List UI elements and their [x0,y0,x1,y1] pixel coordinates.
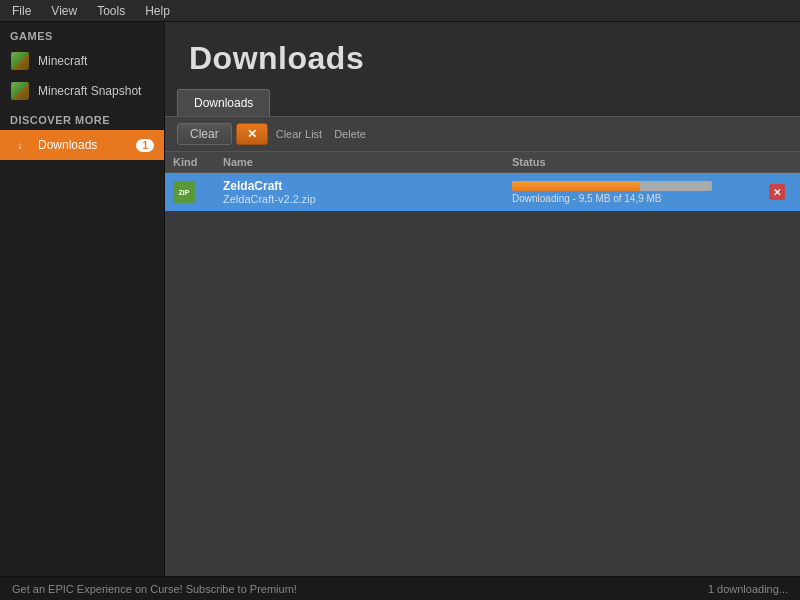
zip-icon: ZIP [173,181,195,203]
menu-help[interactable]: Help [141,2,174,20]
col-header-status: Status [512,156,762,168]
downloads-badge: 1 [136,139,154,152]
sidebar: Games Minecraft Minecraft Snapshot Disco… [0,22,165,576]
clear-button[interactable]: Clear [177,123,232,145]
progress-bar-fill [512,181,640,191]
tab-bar: Downloads [165,89,800,116]
col-header-kind: Kind [173,156,223,168]
sidebar-item-minecraft-snapshot[interactable]: Minecraft Snapshot [0,76,164,106]
x-button[interactable]: ✕ [236,123,268,145]
sidebar-section-games: Games [0,22,164,46]
minecraft-icon-1 [10,51,30,71]
row-name-sub: ZeldaCraft-v2.2.zip [223,193,512,205]
row-status: Downloading - 9,5 MB of 14,9 MB [512,181,762,204]
main-layout: Games Minecraft Minecraft Snapshot Disco… [0,22,800,576]
sidebar-item-snapshot-label: Minecraft Snapshot [38,84,141,98]
row-action: ✕ [762,184,792,200]
tab-downloads[interactable]: Downloads [177,89,270,116]
progress-bar-container [512,181,712,191]
content-header: Downloads [165,22,800,89]
sidebar-item-minecraft-label: Minecraft [38,54,87,68]
content-area: Downloads Downloads Clear ✕ Clear List D… [165,22,800,576]
table-row[interactable]: ZIP ZeldaCraft ZeldaCraft-v2.2.zip Downl… [165,173,800,212]
status-text: Downloading - 9,5 MB of 14,9 MB [512,193,762,204]
menubar: File View Tools Help [0,0,800,22]
sidebar-item-downloads[interactable]: ↓ Downloads 1 [0,130,164,160]
sidebar-item-downloads-label: Downloads [38,138,97,152]
footer: Get an EPIC Experience on Curse! Subscri… [0,576,800,600]
footer-status: 1 downloading... [708,583,788,595]
sidebar-item-minecraft[interactable]: Minecraft [0,46,164,76]
row-name-main: ZeldaCraft [223,179,512,193]
minecraft-icon-2 [10,81,30,101]
sidebar-section-discover: Discover More [0,106,164,130]
row-kind: ZIP [173,181,223,203]
menu-tools[interactable]: Tools [93,2,129,20]
downloads-icon: ↓ [10,135,30,155]
download-table: Kind Name Status ZIP ZeldaCraft ZeldaCra… [165,152,800,576]
table-header: Kind Name Status [165,152,800,173]
menu-file[interactable]: File [8,2,35,20]
clear-list-label[interactable]: Clear List [272,128,326,140]
menu-view[interactable]: View [47,2,81,20]
row-name: ZeldaCraft ZeldaCraft-v2.2.zip [223,179,512,205]
col-header-name: Name [223,156,512,168]
footer-promo: Get an EPIC Experience on Curse! Subscri… [12,583,297,595]
col-header-action [762,156,792,168]
page-title: Downloads [189,40,776,77]
cancel-download-button[interactable]: ✕ [769,184,785,200]
toolbar: Clear ✕ Clear List Delete [165,116,800,152]
delete-label[interactable]: Delete [330,128,370,140]
